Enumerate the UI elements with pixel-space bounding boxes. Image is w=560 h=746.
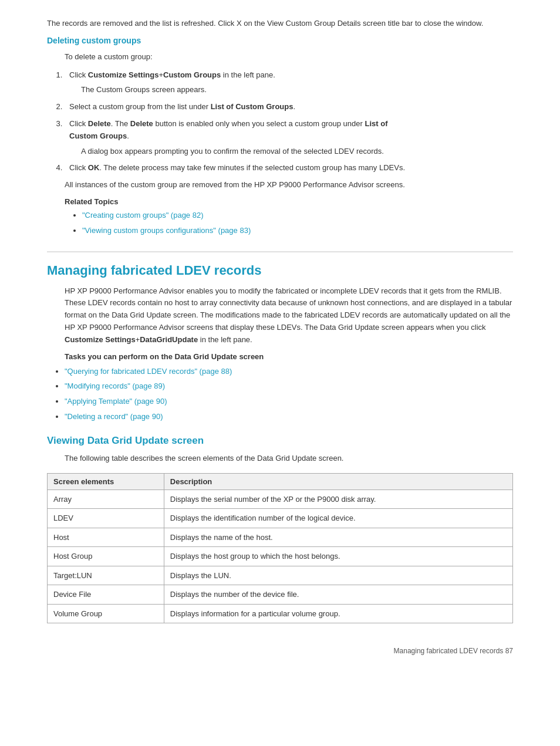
table-col1-header: Screen elements bbox=[48, 473, 164, 490]
table-row: Volume GroupDisplays information for a p… bbox=[48, 604, 513, 623]
managing-fabricated-section: Managing fabricated LDEV records HP XP P… bbox=[47, 251, 513, 423]
table-header-row: Screen elements Description bbox=[48, 473, 513, 490]
table-row: HostDisplays the name of the host. bbox=[48, 528, 513, 547]
table-cell-element: Device File bbox=[48, 585, 164, 605]
related-topics: Related Topics "Creating custom groups" … bbox=[47, 197, 513, 237]
table-cell-description: Displays the serial number of the XP or … bbox=[164, 490, 512, 509]
table-row: Target:LUNDisplays the LUN. bbox=[48, 566, 513, 585]
delete-step-4: Click OK. The delete process may take fe… bbox=[65, 162, 513, 174]
task-link-1-anchor[interactable]: "Querying for fabricated LDEV records" (… bbox=[65, 367, 232, 376]
related-topics-list: "Creating custom groups" (page 82) "View… bbox=[65, 210, 513, 237]
related-link-2: "Viewing custom groups configurations" (… bbox=[82, 225, 513, 237]
table-row: LDEVDisplays the identification number o… bbox=[48, 509, 513, 528]
deleting-custom-groups-section: Deleting custom groups To delete a custo… bbox=[47, 36, 513, 237]
related-link-2-anchor[interactable]: "Viewing custom groups configurations" (… bbox=[82, 226, 251, 235]
table-cell-description: Displays the host group to which the hos… bbox=[164, 547, 512, 566]
page-footer: Managing fabricated LDEV records 87 bbox=[47, 647, 513, 655]
table-cell-description: Displays the LUN. bbox=[164, 566, 512, 585]
task-link-4: "Deleting a record" (page 90) bbox=[65, 411, 513, 423]
deleting-intro: To delete a custom group: bbox=[47, 51, 513, 63]
delete-steps-list: Click Customize Settings+Custom Groups i… bbox=[47, 69, 513, 175]
managing-fabricated-heading: Managing fabricated LDEV records bbox=[47, 251, 513, 278]
viewing-data-grid-section: Viewing Data Grid Update screen The foll… bbox=[47, 435, 513, 623]
all-instances-text: All instances of the custom group are re… bbox=[47, 179, 513, 191]
screen-elements-table: Screen elements Description ArrayDisplay… bbox=[47, 473, 513, 624]
task-link-2-anchor[interactable]: "Modifying records" (page 89) bbox=[65, 382, 165, 390]
table-cell-element: LDEV bbox=[48, 509, 164, 528]
task-link-3-anchor[interactable]: "Applying Template" (page 90) bbox=[65, 397, 167, 406]
table-cell-description: Displays the number of the device file. bbox=[164, 585, 512, 605]
footer-text: Managing fabricated LDEV records 87 bbox=[394, 647, 513, 655]
table-row: ArrayDisplays the serial number of the X… bbox=[48, 490, 513, 509]
table-cell-description: Displays the identification number of th… bbox=[164, 509, 512, 528]
table-cell-description: Displays information for a particular vo… bbox=[164, 604, 512, 623]
table-col2-header: Description bbox=[164, 473, 512, 490]
table-cell-element: Host Group bbox=[48, 547, 164, 566]
step3-sub: A dialog box appears prompting you to co… bbox=[69, 146, 513, 158]
tasks-heading: Tasks you can perform on the Data Grid U… bbox=[47, 352, 513, 361]
managing-fabricated-body-text: HP XP P9000 Performance Advisor enables … bbox=[65, 286, 512, 344]
viewing-data-grid-intro: The following table describes the screen… bbox=[47, 453, 513, 465]
intro-paragraph: The records are removed and the list is … bbox=[47, 18, 513, 30]
delete-step-1: Click Customize Settings+Custom Groups i… bbox=[65, 69, 513, 97]
table-cell-element: Array bbox=[48, 490, 164, 509]
related-link-1: "Creating custom groups" (page 82) bbox=[82, 210, 513, 222]
deleting-custom-groups-heading: Deleting custom groups bbox=[47, 36, 513, 45]
task-link-3: "Applying Template" (page 90) bbox=[65, 396, 513, 408]
step4-text: Click OK. The delete process may take fe… bbox=[69, 163, 405, 172]
table-cell-description: Displays the name of the host. bbox=[164, 528, 512, 547]
task-link-4-anchor[interactable]: "Deleting a record" (page 90) bbox=[65, 412, 163, 421]
step3-text: Click Delete. The Delete button is enabl… bbox=[69, 119, 387, 140]
related-topics-heading: Related Topics bbox=[65, 197, 513, 206]
task-link-1: "Querying for fabricated LDEV records" (… bbox=[65, 366, 513, 378]
managing-fabricated-body: HP XP P9000 Performance Advisor enables … bbox=[47, 285, 513, 346]
table-row: Host GroupDisplays the host group to whi… bbox=[48, 547, 513, 566]
table-cell-element: Target:LUN bbox=[48, 566, 164, 585]
task-links-list: "Querying for fabricated LDEV records" (… bbox=[47, 366, 513, 423]
related-link-1-anchor[interactable]: "Creating custom groups" (page 82) bbox=[82, 211, 204, 220]
step1-sub: The Custom Groups screen appears. bbox=[69, 84, 513, 96]
table-cell-element: Host bbox=[48, 528, 164, 547]
table-body: ArrayDisplays the serial number of the X… bbox=[48, 490, 513, 623]
step2-text: Select a custom group from the list unde… bbox=[69, 102, 295, 111]
delete-step-2: Select a custom group from the list unde… bbox=[65, 101, 513, 113]
step1-text: Click Customize Settings+Custom Groups i… bbox=[69, 70, 275, 79]
delete-step-3: Click Delete. The Delete button is enabl… bbox=[65, 118, 513, 157]
table-row: Device FileDisplays the number of the de… bbox=[48, 585, 513, 605]
viewing-data-grid-heading: Viewing Data Grid Update screen bbox=[47, 435, 513, 447]
table-cell-element: Volume Group bbox=[48, 604, 164, 623]
task-link-2: "Modifying records" (page 89) bbox=[65, 380, 513, 393]
